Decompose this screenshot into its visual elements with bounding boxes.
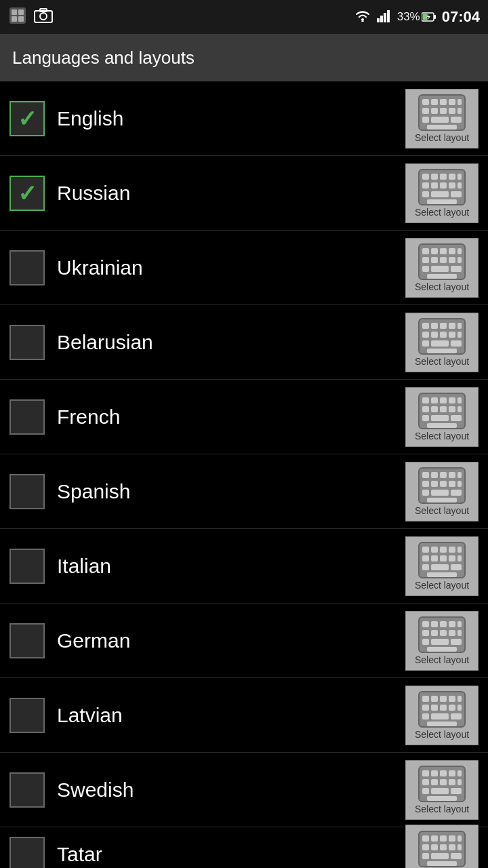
select-layout-button-swedish[interactable]: Select layout xyxy=(405,760,479,820)
svg-rect-56 xyxy=(458,257,462,263)
svg-rect-85 xyxy=(449,406,455,412)
svg-rect-131 xyxy=(458,630,462,636)
select-layout-button-spanish[interactable]: Select layout xyxy=(405,462,479,521)
language-item-spanish[interactable]: Spanish Select layout xyxy=(0,454,488,529)
checkbox-tatar[interactable] xyxy=(9,837,45,868)
svg-rect-156 xyxy=(458,770,462,776)
language-name-belarusian: Belarusian xyxy=(57,331,405,354)
svg-rect-84 xyxy=(440,406,447,412)
language-item-ukrainian[interactable]: Ukrainian Select layout xyxy=(0,231,488,305)
language-item-french[interactable]: French Select layout xyxy=(0,380,488,454)
checkbox-english[interactable]: ✓ xyxy=(9,101,45,136)
language-item-english[interactable]: ✓English Select layout xyxy=(0,81,488,156)
language-item-german[interactable]: German Select layout xyxy=(0,604,488,678)
svg-rect-21 xyxy=(458,99,462,105)
svg-rect-82 xyxy=(422,406,429,412)
svg-rect-47 xyxy=(422,248,429,254)
select-layout-label: Select layout xyxy=(415,282,469,292)
svg-rect-154 xyxy=(440,770,447,776)
status-right-icons: 33% 07:04 xyxy=(354,8,480,26)
svg-rect-78 xyxy=(431,397,438,403)
language-item-swedish[interactable]: Swedish Select layout xyxy=(0,753,488,827)
svg-rect-62 xyxy=(422,323,429,329)
svg-rect-54 xyxy=(440,257,447,263)
select-layout-button-tatar[interactable]: Select layout xyxy=(405,825,479,868)
svg-rect-11 xyxy=(384,13,386,22)
checkbox-swedish[interactable] xyxy=(9,772,45,808)
checkbox-french[interactable] xyxy=(9,399,45,435)
select-layout-button-english[interactable]: Select layout xyxy=(405,89,479,149)
svg-rect-44 xyxy=(451,191,462,197)
svg-rect-81 xyxy=(458,397,462,403)
svg-rect-80 xyxy=(449,397,455,403)
checkbox-german[interactable] xyxy=(9,623,45,658)
checkmark-russian: ✓ xyxy=(18,182,37,205)
select-layout-button-russian[interactable]: Select layout xyxy=(405,163,479,223)
select-layout-label: Select layout xyxy=(415,580,469,591)
svg-rect-120 xyxy=(427,572,457,577)
svg-rect-52 xyxy=(422,257,429,263)
checkbox-belarusian[interactable] xyxy=(9,325,45,360)
svg-rect-134 xyxy=(451,639,462,645)
svg-rect-53 xyxy=(431,257,438,263)
language-item-russian[interactable]: ✓Russian Select layout xyxy=(0,156,488,231)
checkbox-ukrainian[interactable] xyxy=(9,250,45,285)
language-item-latvian[interactable]: Latvian Select layout xyxy=(0,678,488,753)
svg-rect-71 xyxy=(458,332,462,338)
svg-rect-49 xyxy=(440,248,447,254)
select-layout-button-german[interactable]: Select layout xyxy=(405,611,479,671)
svg-rect-73 xyxy=(431,340,449,347)
language-item-tatar[interactable]: Tatar Select layout xyxy=(0,827,488,868)
language-item-belarusian[interactable]: Belarusian Select layout xyxy=(0,305,488,380)
language-name-italian: Italian xyxy=(57,555,405,578)
battery-icon: 33% xyxy=(397,10,436,24)
svg-rect-173 xyxy=(431,844,438,850)
svg-rect-38 xyxy=(431,182,438,189)
svg-rect-23 xyxy=(431,108,438,114)
checkbox-italian[interactable] xyxy=(9,549,45,584)
svg-rect-110 xyxy=(449,547,455,553)
svg-rect-132 xyxy=(422,639,429,645)
select-layout-label: Select layout xyxy=(415,506,469,516)
select-layout-button-belarusian[interactable]: Select layout xyxy=(405,313,479,372)
svg-rect-93 xyxy=(431,472,438,478)
checkbox-latvian[interactable] xyxy=(9,698,45,733)
svg-rect-1 xyxy=(12,9,17,15)
svg-rect-57 xyxy=(422,266,429,272)
svg-rect-161 xyxy=(458,779,462,785)
svg-rect-17 xyxy=(422,99,429,105)
svg-rect-48 xyxy=(431,248,438,254)
svg-rect-138 xyxy=(431,696,438,702)
select-layout-button-french[interactable]: Select layout xyxy=(405,387,479,447)
select-layout-button-ukrainian[interactable]: Select layout xyxy=(405,238,479,298)
svg-rect-124 xyxy=(440,621,447,627)
language-item-italian[interactable]: Italian Select layout xyxy=(0,529,488,604)
svg-rect-63 xyxy=(431,323,438,329)
page-header: Languages and layouts xyxy=(0,34,488,81)
checkbox-russian[interactable]: ✓ xyxy=(9,176,45,211)
svg-rect-129 xyxy=(440,630,447,636)
checkbox-spanish[interactable] xyxy=(9,474,45,509)
svg-rect-100 xyxy=(449,481,455,487)
svg-rect-148 xyxy=(431,713,449,719)
svg-rect-42 xyxy=(422,191,429,197)
svg-rect-172 xyxy=(422,844,429,850)
svg-rect-35 xyxy=(449,174,455,180)
svg-rect-41 xyxy=(458,182,462,189)
svg-rect-79 xyxy=(440,397,447,403)
svg-rect-83 xyxy=(431,406,438,412)
select-layout-button-latvian[interactable]: Select layout xyxy=(405,686,479,745)
svg-rect-115 xyxy=(449,555,455,561)
select-layout-label: Select layout xyxy=(415,431,469,441)
select-layout-button-italian[interactable]: Select layout xyxy=(405,536,479,596)
language-name-latvian: Latvian xyxy=(57,704,405,727)
language-name-swedish: Swedish xyxy=(57,778,405,802)
camera-icon xyxy=(34,8,53,26)
select-layout-label: Select layout xyxy=(415,655,469,665)
svg-rect-128 xyxy=(431,630,438,636)
svg-rect-14 xyxy=(434,15,436,19)
svg-rect-88 xyxy=(431,415,449,421)
select-layout-label: Select layout xyxy=(415,804,469,814)
svg-rect-37 xyxy=(422,182,429,189)
svg-rect-18 xyxy=(431,99,438,105)
